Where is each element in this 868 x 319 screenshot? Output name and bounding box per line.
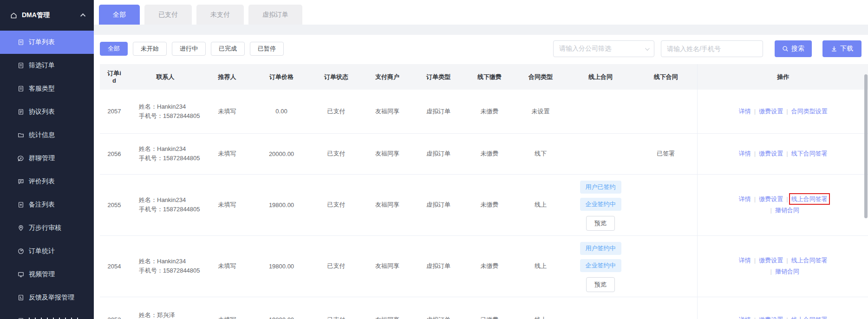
action-link[interactable]: 详情 (739, 316, 751, 319)
column-header-3: 推荐人 (202, 64, 252, 90)
cell-online-contract: 用户签约中企业签约中预览 (566, 235, 635, 297)
column-header-11: 线下合同 (635, 64, 697, 90)
search-icon (782, 46, 789, 52)
cell-referrer: 未填写 (202, 235, 252, 297)
vertical-scrollbar-thumb[interactable] (864, 74, 868, 218)
action-separator: | (770, 268, 772, 275)
folder-icon (18, 132, 24, 138)
sidebar-item-label: 订单统计 (29, 247, 55, 255)
search-button-label: 搜索 (791, 45, 804, 53)
sidebar-item-partial[interactable] (0, 309, 94, 319)
top-tab-label: 虚拟订单 (262, 11, 288, 19)
column-header-label: 订单价格 (269, 73, 294, 80)
filter-button-3[interactable]: 进行中 (172, 42, 206, 56)
sidebar-item-11[interactable]: 视频管理 (0, 263, 94, 286)
sidebar-item-7[interactable]: 评价列表 (0, 170, 94, 193)
cell-referrer: 未填写 (202, 174, 252, 235)
orders-table: 订单id联系人推荐人订单价格订单状态支付商户订单类型线下缴费合同类型线上合同线下… (100, 64, 868, 319)
column-header-7: 订单类型 (413, 64, 464, 90)
keyword-input[interactable] (661, 40, 763, 57)
cell-referrer: 未填写 (202, 90, 252, 133)
cell-actions: 详情|缴费设置|线上合同签署|撤销合同 (697, 174, 868, 235)
action-link[interactable]: 线上合同签署 (791, 257, 828, 264)
filter-button-2[interactable]: 未开始 (133, 42, 167, 56)
action-link[interactable]: 详情 (739, 257, 751, 264)
cell-offline-contract (635, 90, 697, 133)
sidebar-item-3[interactable]: 客服类型 (0, 77, 94, 100)
company-filter-select[interactable]: 请输入分公司筛选 (553, 40, 654, 57)
filter-button-label: 已暂停 (258, 45, 276, 53)
sidebar-item-label: 筛选订单 (29, 61, 55, 70)
sidebar-item-1[interactable]: 订单列表 (0, 31, 94, 54)
main-area: 全部已支付未支付虚拟订单 全部未开始进行中已完成已暂停 请输入分公司筛选 搜索 (94, 0, 868, 319)
filter-button-5[interactable]: 已暂停 (250, 42, 284, 56)
top-tab-3[interactable]: 未支付 (196, 5, 244, 25)
table-row: 2055姓名：Hankin234手机号：15872844805未填写19800.… (100, 174, 868, 235)
filter-button-4[interactable]: 已完成 (211, 42, 245, 56)
home-icon (10, 12, 17, 19)
action-link[interactable]: 撤销合同 (775, 268, 799, 275)
cell-contact: 姓名：Hankin234手机号：15872844805 (129, 235, 202, 297)
cell-offline-payment: 未缴费 (464, 174, 515, 235)
column-header-label: 联系人 (157, 73, 175, 80)
top-tab-1[interactable]: 全部 (99, 5, 140, 25)
action-link[interactable]: 线上合同签署 (791, 195, 828, 202)
chevron-up-icon[interactable] (80, 13, 85, 19)
top-tab-4[interactable]: 虚拟订单 (248, 5, 302, 25)
sidebar-item-label: 备注列表 (29, 201, 55, 209)
sidebar-item-label: 客服类型 (29, 85, 55, 93)
action-separator: | (754, 316, 756, 319)
cell-order-id: 2055 (100, 174, 129, 235)
action-link[interactable]: 缴费设置 (759, 316, 783, 319)
cell-merchant: 友福同享 (362, 133, 413, 174)
sidebar-item-12[interactable]: 反馈及举报管理 (0, 286, 94, 309)
cell-online-contract: 用户已签约企业签约中预览 (566, 174, 635, 235)
sidebar-item-10[interactable]: 订单统计 (0, 240, 94, 263)
cell-status: 已支付 (311, 174, 362, 235)
map-pin-icon (18, 225, 24, 231)
sidebar-item-label: 万步行审核 (29, 224, 61, 232)
sidebar-item-2[interactable]: 筛选订单 (0, 54, 94, 77)
sidebar-item-label: 群聊管理 (29, 154, 55, 163)
comment-icon (18, 178, 24, 185)
sidebar-item-9[interactable]: 万步行审核 (0, 216, 94, 240)
sidebar-header[interactable]: DMA管理 (0, 0, 94, 31)
action-link[interactable]: 合同类型设置 (791, 108, 828, 115)
filter-button-label: 进行中 (180, 45, 198, 53)
sidebar-item-5[interactable]: 统计信息 (0, 124, 94, 147)
action-link[interactable]: 线上合同签署 (791, 316, 828, 319)
top-tab-label: 已支付 (158, 11, 178, 19)
action-separator: | (786, 316, 788, 319)
action-link[interactable]: 缴费设置 (759, 257, 783, 264)
filter-button-1[interactable]: 全部 (100, 42, 128, 56)
action-link[interactable]: 缴费设置 (759, 195, 783, 202)
cell-order-id: 2054 (100, 235, 129, 297)
cell-merchant: 友福同享 (362, 90, 413, 133)
cell-contract-type: 线下 (515, 133, 566, 174)
download-button[interactable]: 下载 (822, 40, 861, 57)
contract-status-tag: 用户已签约 (580, 181, 621, 194)
action-link[interactable]: 缴费设置 (759, 108, 783, 115)
action-link[interactable]: 撤销合同 (775, 207, 799, 214)
action-separator: | (786, 108, 788, 115)
top-tab-label: 全部 (113, 11, 126, 19)
preview-button[interactable]: 预览 (586, 277, 615, 292)
preview-button[interactable]: 预览 (586, 216, 615, 231)
cell-offline-contract: 已签署 (635, 133, 697, 174)
action-link[interactable]: 详情 (739, 150, 751, 157)
action-link[interactable]: 线下合同签署 (791, 150, 828, 157)
cell-offline-contract (635, 297, 697, 319)
sidebar-item-4[interactable]: 协议列表 (0, 100, 94, 124)
download-button-label: 下载 (840, 45, 853, 53)
action-link[interactable]: 详情 (739, 108, 751, 115)
action-link[interactable]: 缴费设置 (759, 150, 783, 157)
top-tab-bar: 全部已支付未支付虚拟订单 (94, 0, 868, 25)
action-link[interactable]: 详情 (739, 195, 751, 202)
orders-table-wrap: 订单id联系人推荐人订单价格订单状态支付商户订单类型线下缴费合同类型线上合同线下… (100, 64, 868, 319)
cell-status: 已支付 (311, 133, 362, 174)
sidebar-item-6[interactable]: 群聊管理 (0, 147, 94, 170)
top-tab-2[interactable]: 已支付 (144, 5, 192, 25)
search-button[interactable]: 搜索 (775, 40, 812, 57)
sidebar-item-label: 视频管理 (29, 270, 55, 279)
sidebar-item-8[interactable]: 备注列表 (0, 193, 94, 216)
